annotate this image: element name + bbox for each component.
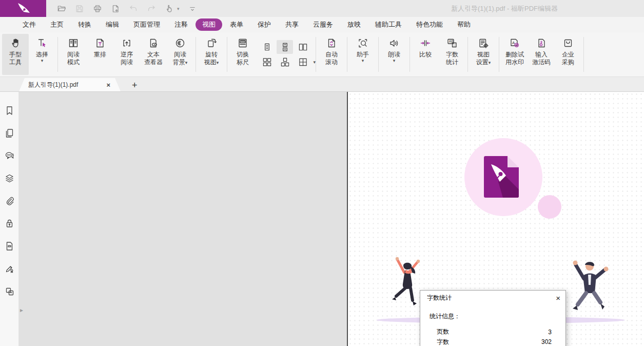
split-view-icon[interactable]: ▾: [295, 55, 311, 69]
stat-row: 字数302: [437, 337, 552, 346]
undo-icon[interactable]: [128, 4, 139, 14]
auto-scroll-button[interactable]: 自动滚动: [318, 34, 345, 75]
speaker-icon: [388, 37, 400, 49]
view-settings-button[interactable]: 视图设置▾: [470, 34, 497, 75]
digital-signatures-icon[interactable]: [4, 263, 15, 274]
layers-icon[interactable]: [4, 173, 15, 184]
redo-icon[interactable]: [146, 4, 157, 14]
quick-access-toolbar: ▾: [56, 4, 198, 14]
hand-icon: [9, 37, 22, 49]
title-bar: ▾ 新人引导(1)(1).pdf - 福昕PDF编辑器: [0, 0, 644, 17]
menu-item-edit[interactable]: 编辑: [99, 18, 126, 31]
word-count-button[interactable]: AB 字数统计: [439, 34, 465, 75]
save-icon[interactable]: [74, 4, 85, 14]
dialog-title-bar[interactable]: 字数统计 ×: [420, 291, 565, 305]
security-icon[interactable]: [4, 218, 15, 229]
menu-bar: 文件 主页 转换 编辑 页面管理 注释 视图 表单 保护 共享 云服务 放映 辅…: [0, 17, 644, 32]
menu-item-convert[interactable]: 转换: [71, 18, 99, 31]
page-thumbnails-icon[interactable]: [4, 128, 15, 139]
divider: [378, 37, 379, 72]
reverse-reading-button[interactable]: 逆序阅读: [113, 34, 140, 75]
reflow-button[interactable]: 重排: [87, 34, 113, 75]
dropdown-caret-icon: ▾: [357, 59, 369, 63]
separate-cover-icon[interactable]: [277, 55, 293, 69]
hand-pointer-icon[interactable]: [164, 4, 174, 14]
open-file-icon[interactable]: [56, 4, 67, 14]
document-tab[interactable]: 新人引导(1)(1).pdf ×: [19, 78, 121, 91]
rotate-view-icon: [205, 37, 218, 49]
menu-item-accessibility[interactable]: 辅助工具: [368, 18, 409, 31]
menu-item-share[interactable]: 共享: [278, 18, 306, 31]
stat-label: 字数: [437, 338, 449, 346]
menu-item-comment[interactable]: 注释: [167, 18, 195, 31]
add-page-icon[interactable]: [110, 4, 121, 14]
divider: [467, 37, 468, 72]
foxit-pen-nib-icon: [13, 2, 33, 15]
navigation-sidebar: [0, 92, 19, 346]
attachments-icon[interactable]: [4, 196, 15, 206]
comments-icon[interactable]: [4, 150, 15, 161]
bookmarks-icon[interactable]: [4, 105, 15, 116]
activation-code-button[interactable]: 输入激活码: [528, 34, 555, 75]
print-icon[interactable]: [92, 4, 103, 14]
dropdown-caret-icon[interactable]: ▾: [313, 60, 316, 65]
document-tab-bar: 新人引导(1)(1).pdf × +: [0, 77, 644, 92]
menu-item-protect[interactable]: 保护: [250, 18, 278, 31]
read-aloud-button[interactable]: 朗读▾: [381, 34, 407, 75]
stat-value: 302: [541, 338, 552, 345]
menu-item-home[interactable]: 主页: [43, 18, 71, 31]
dropdown-caret-icon: ▾: [217, 60, 219, 65]
customize-toolbar-icon[interactable]: [187, 4, 198, 14]
menu-item-view[interactable]: 视图: [196, 18, 222, 31]
divider: [347, 37, 347, 72]
remove-trial-watermark-button[interactable]: A 删除试用水印: [501, 34, 528, 75]
hand-tool-button[interactable]: 手型工具: [2, 34, 29, 75]
dialog-title: 字数统计: [427, 294, 452, 302]
hand-pointer-dropdown-caret-icon[interactable]: ▾: [177, 6, 180, 11]
statistics-list: 页数3 字数302 字符数（不计空格）332 字符数（计空格）338 行数13 …: [437, 327, 552, 346]
facing-pages-icon[interactable]: [295, 40, 311, 54]
read-mode-button[interactable]: 阅读模式: [60, 34, 87, 75]
panel-expand-handle-icon[interactable]: ▸: [20, 306, 23, 314]
divider: [499, 37, 499, 72]
ruler-icon: [237, 37, 249, 49]
tab-close-icon[interactable]: ×: [106, 81, 110, 89]
reflow-page-icon: [94, 37, 106, 49]
foxit-logo: [0, 0, 46, 17]
text-viewer-button[interactable]: 文本查看器: [140, 34, 167, 75]
jumping-man-illustration: [565, 256, 613, 319]
auto-scroll-icon: [325, 37, 338, 49]
reverse-reading-icon: [121, 37, 133, 49]
remove-watermark-icon: A: [509, 37, 521, 49]
word-count-dialog: 字数统计 × 统计信息： 页数3 字数302 字符数（不计空格）332 字符数（…: [420, 290, 566, 346]
statistics-section-label: 统计信息：: [420, 305, 565, 321]
menu-item-page-management[interactable]: 页面管理: [126, 18, 167, 31]
continuous-page-icon[interactable]: [277, 40, 293, 54]
dialog-close-icon[interactable]: ×: [556, 294, 560, 302]
page-layout-group: ▾: [259, 40, 311, 69]
toggle-ruler-button[interactable]: 切换标尺: [229, 34, 256, 75]
new-tab-button[interactable]: +: [132, 81, 138, 90]
rotate-view-button[interactable]: 旋转视图▾: [198, 34, 225, 75]
destinations-icon[interactable]: [4, 241, 15, 252]
enterprise-purchase-button[interactable]: 企业采购: [555, 34, 581, 75]
menu-item-special-features[interactable]: 特色功能: [409, 18, 450, 31]
canvas-background: [19, 92, 347, 346]
select-tool-button[interactable]: 选择▾: [29, 34, 55, 75]
assistant-button[interactable]: 助手▾: [349, 34, 376, 75]
book-icon: [67, 37, 80, 49]
reading-background-button[interactable]: 阅读背景▾: [167, 34, 193, 75]
foxit-pdf-editor-window: ▾ 新人引导(1)(1).pdf - 福昕PDF编辑器 文件 主页 转换 编辑 …: [0, 0, 644, 346]
menu-item-cloud[interactable]: 云服务: [306, 18, 340, 31]
menu-item-form[interactable]: 表单: [223, 18, 250, 31]
menu-item-presentation[interactable]: 放映: [340, 18, 368, 31]
menu-item-file[interactable]: 文件: [15, 18, 43, 31]
dropdown-caret-icon: ▾: [489, 60, 491, 65]
stat-label: 页数: [437, 328, 449, 336]
single-page-icon[interactable]: [259, 40, 275, 54]
compare-button[interactable]: 比较: [412, 34, 439, 75]
menu-item-help[interactable]: 帮助: [450, 18, 478, 31]
continuous-facing-icon[interactable]: [259, 55, 275, 69]
window-title: 新人引导(1)(1).pdf - 福昕PDF编辑器: [451, 4, 558, 13]
linked-files-icon[interactable]: [4, 286, 15, 297]
